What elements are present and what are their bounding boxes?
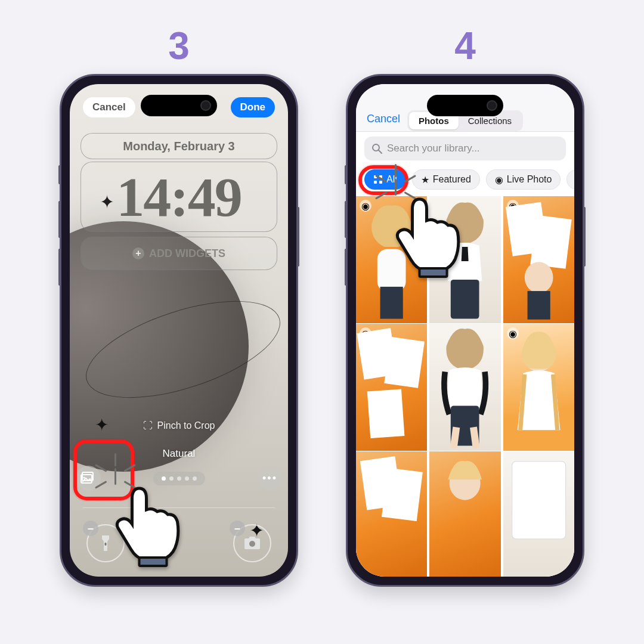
step-number: 4 [454, 24, 476, 68]
photo-thumbnail[interactable]: ◉ [503, 196, 574, 323]
dynamic-island [141, 95, 217, 116]
remove-icon[interactable]: – [83, 521, 98, 536]
svg-rect-18 [530, 215, 571, 269]
search-input[interactable]: Search your library... [364, 137, 566, 160]
time-widget[interactable]: 14:49 [80, 162, 277, 232]
svg-line-7 [379, 150, 382, 153]
photo-thumbnail[interactable] [429, 451, 500, 577]
photo-thumbnail[interactable] [356, 451, 427, 577]
step-3: 3 ✦ ✦ ✦ Cancel Done Monday, February 3 1… [60, 24, 298, 587]
remove-icon[interactable]: – [230, 521, 245, 536]
livephoto-icon: ◉ [495, 174, 503, 185]
camera-quick-action[interactable]: – [233, 524, 271, 562]
chip-live-photo[interactable]: ◉ Live Photo [486, 169, 561, 190]
svg-rect-5 [140, 558, 167, 566]
date-widget[interactable]: Monday, February 3 [80, 133, 277, 159]
svg-rect-16 [451, 280, 479, 319]
svg-rect-22 [384, 337, 425, 388]
svg-rect-31 [420, 268, 447, 277]
svg-rect-20 [527, 291, 550, 320]
ellipsis-icon: ••• [262, 472, 277, 485]
pinch-to-crop-hint: ⛶Pinch to Crop [70, 420, 288, 431]
photo-thumbnail[interactable]: ◉ [356, 324, 427, 451]
svg-rect-23 [367, 389, 405, 438]
svg-rect-30 [512, 462, 565, 539]
tap-cursor [105, 466, 194, 569]
done-button[interactable]: Done [231, 97, 275, 117]
step-4: 4 Cancel Photos Collections Search your … [346, 24, 584, 587]
svg-point-4 [249, 541, 255, 547]
svg-point-19 [524, 262, 553, 293]
photo-thumbnail[interactable] [429, 324, 500, 451]
photo-thumbnail[interactable]: ◉ [503, 324, 574, 451]
search-icon [371, 143, 382, 154]
tap-cursor [385, 177, 475, 280]
dynamic-island [427, 95, 503, 116]
step-number: 3 [168, 24, 190, 68]
camera-icon [243, 535, 262, 551]
search-placeholder: Search your library... [387, 143, 480, 154]
svg-rect-14 [380, 287, 403, 319]
cancel-button[interactable]: Cancel [83, 97, 135, 117]
photo-thumbnail[interactable] [503, 451, 574, 577]
phone-frame: ✦ ✦ ✦ Cancel Done Monday, February 3 14:… [60, 74, 298, 587]
more-button[interactable]: ••• [258, 466, 283, 491]
style-name: Natural [163, 448, 196, 460]
crop-icon: ⛶ [143, 420, 153, 431]
phone-frame: Cancel Photos Collections Search your li… [346, 74, 584, 587]
cancel-button[interactable]: Cancel [367, 113, 400, 125]
add-widgets-button[interactable]: ADD WIDGETS [80, 237, 277, 270]
svg-rect-28 [382, 467, 423, 521]
chip-people[interactable]: 👤 People [566, 169, 574, 190]
